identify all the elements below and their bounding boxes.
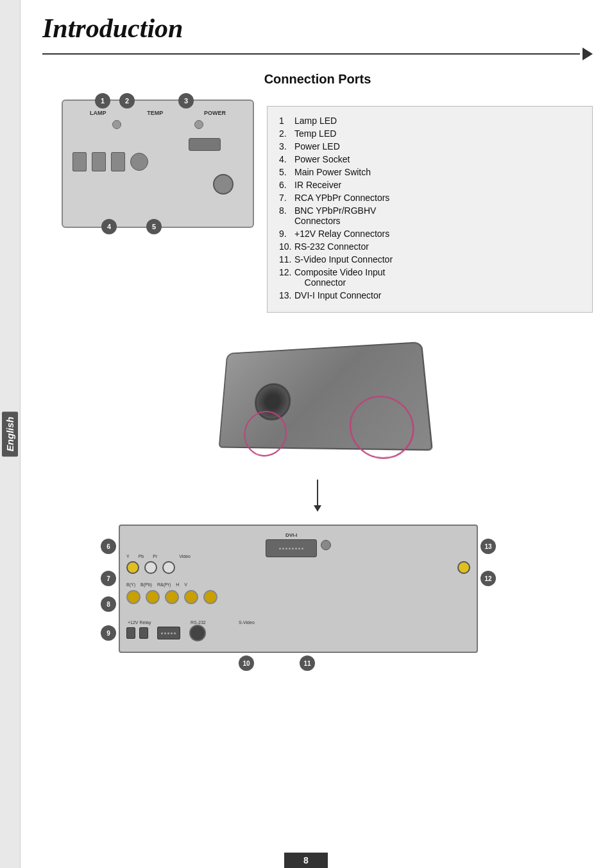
svideo-port [189, 625, 206, 641]
lamp-label: LAMP [90, 110, 106, 116]
dvi-group: DVI-I [266, 532, 317, 557]
list-item-7: 7.RCA YPbPr Connectors [279, 193, 581, 203]
list-item-6: 6.IR Receiver [279, 180, 581, 190]
bp-label-6: 6 [101, 539, 116, 554]
dvi-row: DVI-I [266, 532, 331, 557]
list-box: 1Lamp LED 2.Temp LED 3.Power LED 4.Power… [267, 106, 593, 313]
bp-label-8: 8 [101, 596, 116, 612]
arrow-down-container [42, 480, 593, 518]
rs232-pin [167, 632, 169, 634]
rca-pb [144, 561, 157, 574]
bp-label-7: 7 [101, 571, 116, 586]
dvi-pin [292, 548, 294, 550]
bnc-2 [146, 590, 160, 604]
bnc-4 [184, 590, 198, 604]
sidebar-label: English [2, 412, 18, 456]
sidebar: English [0, 0, 21, 868]
power-switch [189, 138, 221, 151]
temp-led [194, 120, 203, 129]
lamp-led [112, 120, 121, 129]
rca-row [126, 561, 470, 574]
bnc-row [126, 590, 470, 604]
ports-list: 1Lamp LED 2.Temp LED 3.Power LED 4.Power… [267, 100, 593, 313]
list-item-3: 3.Power LED [279, 141, 581, 152]
rca-pr [162, 561, 175, 574]
dvi-pin [298, 548, 300, 550]
bp-label-12: 12 [480, 571, 496, 586]
panel-ports-row [72, 152, 243, 171]
relay-port-2 [139, 627, 148, 639]
main-content: Introduction Connection Ports 1 2 3 LAMP… [23, 0, 612, 691]
dvi-pin [302, 548, 303, 550]
bp-label-9: 9 [101, 625, 116, 641]
label-bync-g: B(Y) [126, 582, 135, 587]
label-bync-v: V [184, 582, 187, 587]
dvi-pin [279, 548, 281, 550]
label-circle-2: 2 [119, 93, 135, 108]
label-video: Video [179, 554, 191, 559]
bnc-labels: B(Y) B(Pb) R&(Pr) H V [126, 582, 187, 587]
top-panel-diagram: 1 2 3 LAMP TEMP POWER [62, 100, 254, 228]
port-1 [72, 152, 87, 171]
label-pr: Pr [153, 554, 157, 559]
label-circle-4: 4 [101, 219, 117, 234]
label-circle-3: 3 [178, 93, 194, 108]
rs232-pin [161, 632, 163, 634]
ports-layout: 1 2 3 LAMP TEMP POWER [42, 100, 593, 313]
temp-label: TEMP [147, 110, 163, 116]
bp-label-11: 11 [300, 655, 315, 671]
projector-body [196, 326, 439, 467]
list-item-8: 8.BNC YPbPr/RGBHVConnectors [279, 205, 581, 226]
dvi-label: DVI-I [285, 532, 297, 538]
list-item-4: 4.Power Socket [279, 154, 581, 164]
connector-list: 1Lamp LED 2.Temp LED 3.Power LED 4.Power… [279, 116, 581, 300]
dvi-pin [295, 548, 297, 550]
arrow-down [317, 480, 318, 512]
dvi-pin [289, 548, 291, 550]
relay-group [126, 627, 148, 639]
port-3 [111, 152, 125, 171]
bp-label-13: 13 [480, 539, 496, 554]
bnc-1 [126, 590, 140, 604]
circle-highlight-right [349, 395, 417, 460]
title-rule-line [42, 53, 580, 55]
rs232-pins [161, 632, 176, 634]
list-item-10: 10.RS-232 Connector [279, 241, 581, 252]
back-panel-area: DVI-I [42, 525, 593, 653]
section-heading: Connection Ports [42, 72, 593, 87]
arrow-line [317, 480, 318, 505]
rs232-pin [164, 632, 166, 634]
projector-main-body [219, 342, 433, 451]
power-label: POWER [204, 110, 226, 116]
label-y: Y [126, 554, 130, 559]
bnc-5 [203, 590, 217, 604]
rs232-pin [171, 632, 173, 634]
power-socket [213, 174, 234, 195]
list-item-2: 2.Temp LED [279, 128, 581, 139]
rca-labels: Y Pb Pr Video [126, 554, 191, 559]
back-panel: DVI-I [119, 525, 478, 653]
port-round [130, 153, 148, 171]
bnc-3 [165, 590, 179, 604]
label-pb: Pb [139, 554, 144, 559]
circle-highlight-left [242, 411, 287, 457]
svideo-label: S-Video [239, 620, 255, 625]
diagram-left: 1 2 3 LAMP TEMP POWER [42, 100, 254, 313]
list-item-9: 9.+12V Relay Connectors [279, 229, 581, 239]
page-title: Introduction [42, 13, 593, 44]
list-item-11: 11.S-Video Input Connector [279, 254, 581, 265]
rca-video [457, 561, 470, 574]
page-number-bar: 8 [0, 853, 612, 868]
arrow-head [314, 505, 321, 512]
dvi-pin [285, 548, 287, 550]
panel-leds [76, 120, 240, 129]
list-item-12: 12.Composite Video Input Connector [279, 267, 581, 288]
port-2 [92, 152, 106, 171]
title-rule-triangle [582, 48, 593, 60]
label-bync-pr: R&(Pr) [157, 582, 171, 587]
relay-port-1 [126, 627, 135, 639]
list-item-13: 13.DVI-I Input Connector [279, 290, 581, 300]
rs232-label: RS-232 [191, 620, 206, 625]
dvi-pin [282, 548, 284, 550]
label-bync-h: H [176, 582, 179, 587]
